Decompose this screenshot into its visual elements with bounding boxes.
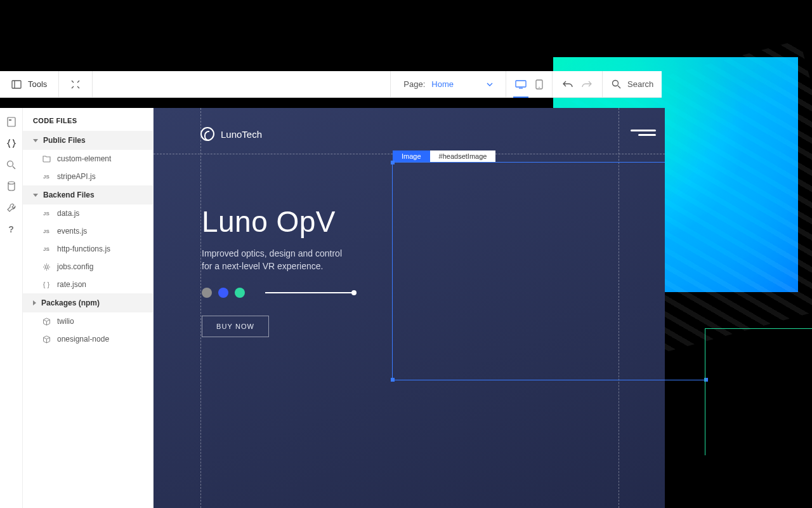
selection-edge-bottom: [392, 380, 707, 380]
accent-line-v: [705, 328, 705, 455]
file-item[interactable]: JSstripeAPI.js: [23, 168, 153, 185]
folder-icon: [42, 155, 51, 163]
guide-vertical-left: [200, 108, 201, 508]
rail-help-icon[interactable]: ?: [8, 224, 14, 234]
code-files-panel: CODE FILES Public Filescustom-elementJSs…: [23, 108, 154, 508]
redo-icon: [582, 80, 592, 89]
menu-button[interactable]: [631, 130, 656, 136]
top-toolbar: Tools Page: Home: [0, 71, 553, 98]
svg-line-11: [13, 166, 15, 169]
mobile-icon: [535, 79, 543, 90]
accent-line-h: [705, 328, 812, 329]
selection-tags: Image #headsetImage: [393, 150, 495, 162]
file-name: events.js: [57, 227, 87, 236]
svg-point-5: [539, 86, 540, 88]
svg-point-13: [45, 265, 48, 268]
file-item[interactable]: twilio: [23, 312, 153, 330]
file-name: jobs.config: [57, 262, 93, 271]
braces-icon: { }: [42, 281, 51, 288]
brand-name: LunoTech: [221, 129, 262, 140]
file-name: custom-element: [57, 154, 111, 163]
file-item[interactable]: jobs.config: [23, 258, 153, 276]
page-label: Page:: [403, 79, 425, 89]
hero-section: Luno OpV Improved optics, design and con…: [202, 204, 354, 337]
svg-point-12: [8, 182, 15, 184]
rail-tools-icon[interactable]: [6, 203, 16, 213]
file-item[interactable]: JSdata.js: [23, 204, 153, 222]
file-item[interactable]: JShttp-functions.js: [23, 240, 153, 258]
js-icon: JS: [42, 174, 51, 180]
file-group-header[interactable]: Packages (npm): [23, 293, 153, 312]
color-swatches: [202, 288, 354, 298]
js-icon: JS: [42, 229, 51, 234]
js-icon: JS: [42, 211, 51, 217]
rail-search-icon[interactable]: [6, 160, 16, 170]
page-selector[interactable]: Page: Home: [390, 71, 506, 97]
file-group-header[interactable]: Backend Files: [23, 185, 153, 204]
brand-logo-icon: [200, 127, 214, 141]
selection-outline[interactable]: Image #headsetImage: [392, 162, 665, 380]
design-canvas[interactable]: LunoTech Luno OpV Improved optics, desig…: [154, 108, 665, 508]
file-name: twilio: [57, 317, 74, 326]
collapse-button[interactable]: [59, 71, 93, 97]
resize-handle-tl[interactable]: [391, 161, 395, 164]
desktop-device-button[interactable]: [515, 79, 527, 90]
svg-point-6: [613, 81, 619, 86]
rail-database-icon[interactable]: [6, 181, 16, 191]
panel-title: CODE FILES: [23, 108, 153, 131]
left-rail: ?: [0, 108, 23, 508]
hero-subtitle: Improved optics, design and control for …: [202, 248, 354, 272]
svg-rect-8: [8, 117, 15, 126]
file-name: http-functions.js: [57, 244, 110, 253]
device-switcher: [506, 71, 553, 97]
mobile-device-button[interactable]: [535, 79, 543, 90]
panel-icon: [11, 79, 22, 90]
tools-button[interactable]: Tools: [0, 71, 59, 97]
collapse-icon: [70, 79, 81, 90]
svg-rect-2: [516, 81, 526, 87]
desktop-icon: [515, 79, 527, 90]
site-brand[interactable]: LunoTech: [200, 127, 262, 141]
file-item[interactable]: JSevents.js: [23, 222, 153, 240]
file-name: rate.json: [57, 280, 86, 289]
chevron-down-icon: [487, 81, 493, 88]
pkg-icon: [42, 318, 51, 326]
search-label: Search: [627, 79, 653, 89]
pkg-icon: [42, 335, 51, 344]
undo-button[interactable]: [563, 80, 573, 89]
file-item[interactable]: { }rate.json: [23, 276, 153, 293]
selection-type-tag[interactable]: Image: [393, 150, 430, 162]
svg-line-7: [618, 86, 620, 88]
file-name: data.js: [57, 209, 79, 218]
page-value: Home: [431, 79, 454, 89]
svg-rect-0: [12, 81, 21, 88]
file-item[interactable]: onesignal-node: [23, 330, 153, 348]
tools-label: Tools: [28, 79, 47, 89]
undo-icon: [563, 80, 573, 89]
selection-id-tag[interactable]: #headsetImage: [430, 150, 496, 162]
search-icon: [612, 79, 621, 89]
redo-button[interactable]: [582, 80, 592, 89]
swatch-2[interactable]: [218, 288, 228, 298]
slider-track[interactable]: [265, 292, 354, 293]
hero-title: Luno OpV: [202, 204, 354, 239]
swatch-3[interactable]: [235, 288, 245, 298]
gear-icon: [42, 263, 51, 271]
buy-now-button[interactable]: BUY NOW: [202, 316, 269, 337]
swatch-1[interactable]: [202, 288, 212, 298]
svg-point-10: [8, 161, 13, 167]
rail-page-icon[interactable]: [6, 117, 16, 127]
rail-braces-icon[interactable]: [6, 138, 16, 149]
file-name: onesignal-node: [57, 335, 109, 344]
svg-rect-9: [9, 119, 11, 121]
top-toolbar-right: Search: [553, 71, 662, 98]
file-name: stripeAPI.js: [57, 172, 96, 181]
js-icon: JS: [42, 246, 51, 252]
search-button[interactable]: Search: [603, 79, 662, 89]
file-group-header[interactable]: Public Files: [23, 131, 153, 150]
file-item[interactable]: custom-element: [23, 150, 153, 168]
